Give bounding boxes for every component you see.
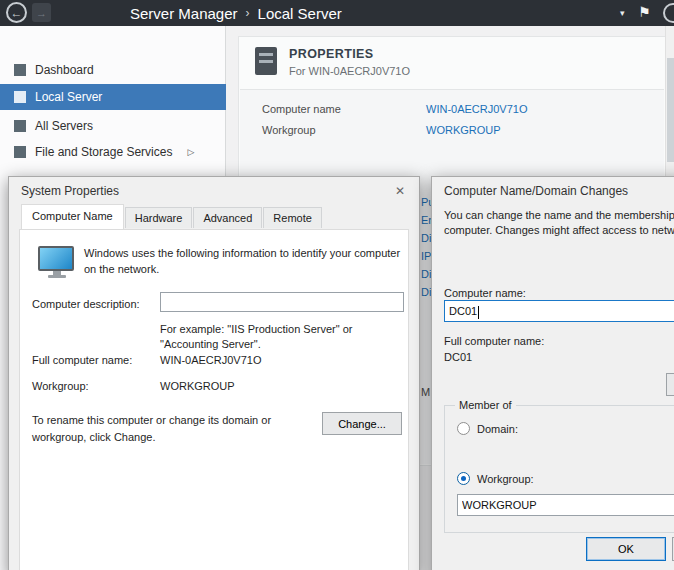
- sidebar-item-local-server[interactable]: Local Server: [0, 84, 226, 110]
- domain-radio-button[interactable]: [457, 422, 470, 435]
- example-line-2: "Accounting Server".: [160, 337, 352, 352]
- clipped-value-fragment: Di: [421, 268, 431, 280]
- clipped-value-fragment: Di: [421, 286, 431, 298]
- tab-hardware[interactable]: Hardware: [125, 207, 193, 228]
- storage-icon: [14, 146, 26, 158]
- properties-subtitle: For WIN-0AECRJ0V71O: [289, 65, 410, 77]
- computer-name-label: Computer name:: [444, 287, 526, 299]
- breadcrumb-separator-icon: ›: [246, 6, 250, 20]
- clipped-value-fragment: Di: [421, 232, 431, 244]
- domain-radio-row[interactable]: Domain:: [457, 422, 518, 435]
- text-cursor: [478, 306, 479, 319]
- full-computer-name-value: DC01: [444, 351, 472, 363]
- example-line-1: For example: "IIS Production Server" or: [160, 322, 352, 337]
- title-bar: ← → Server Manager › Local Server ▾ ⚑: [0, 0, 674, 26]
- workgroup-radio-button[interactable]: [457, 472, 470, 485]
- table-row: Workgroup WORKGROUP: [240, 121, 664, 142]
- workgroup-input[interactable]: [457, 494, 674, 516]
- workgroup-label: Workgroup:: [32, 380, 89, 392]
- computer-name-domain-changes-dialog: Computer Name/Domain Changes You can cha…: [431, 176, 674, 570]
- change-button[interactable]: Change...: [322, 412, 402, 435]
- intro-text: Windows uses the following information t…: [84, 246, 402, 278]
- example-text: For example: "IIS Production Server" or …: [160, 322, 352, 353]
- table-row: Computer name WIN-0AECRJ0V71O: [240, 100, 664, 121]
- dialog-title[interactable]: System Properties: [21, 184, 119, 198]
- sidebar-item-label: All Servers: [35, 119, 93, 133]
- tab-remote[interactable]: Remote: [263, 207, 322, 228]
- tab-strip: Computer Name Hardware Advanced Remote: [21, 207, 323, 228]
- computer-description-input[interactable]: [160, 292, 404, 312]
- dashboard-icon: [14, 64, 26, 76]
- chevron-down-icon[interactable]: ▾: [620, 8, 625, 18]
- workgroup-label: Workgroup: [262, 124, 316, 136]
- intro-line-2: computer. Changes might affect access to…: [444, 224, 674, 236]
- computer-name-tab-page: Windows uses the following information t…: [19, 229, 409, 570]
- sidebar-item-dashboard[interactable]: Dashboard: [0, 58, 226, 82]
- cropped-toolbar-icon[interactable]: [663, 3, 674, 23]
- sidebar-item-label: Dashboard: [35, 63, 94, 77]
- forward-arrow-icon[interactable]: →: [32, 3, 51, 22]
- system-properties-dialog: System Properties ✕ Computer Name Hardwa…: [8, 176, 420, 570]
- servers-icon: [14, 120, 26, 132]
- full-computer-name-label: Full computer name:: [32, 354, 132, 366]
- computer-description-label: Computer description:: [32, 298, 140, 310]
- sidebar-item-all-servers[interactable]: All Servers: [0, 114, 226, 138]
- clipped-value-fragment: M: [421, 386, 430, 398]
- workgroup-radio-label: Workgroup:: [477, 473, 534, 485]
- scrollbar-thumb[interactable]: [667, 58, 674, 162]
- member-of-label: Member of: [455, 399, 516, 411]
- breadcrumb: Server Manager › Local Server: [130, 0, 342, 26]
- workgroup-radio-row[interactable]: Workgroup:: [457, 472, 534, 485]
- full-computer-name-label: Full computer name:: [444, 335, 544, 347]
- breadcrumb-root[interactable]: Server Manager: [130, 5, 238, 22]
- domain-radio-label: Domain:: [477, 423, 518, 435]
- breadcrumb-current[interactable]: Local Server: [258, 5, 342, 22]
- ok-button[interactable]: OK: [586, 537, 666, 561]
- clipped-value-fragment: IP: [421, 250, 431, 262]
- sidebar-item-file-storage-services[interactable]: File and Storage Services ▷: [0, 140, 226, 164]
- more-button-fragment[interactable]: [666, 373, 674, 396]
- properties-title: PROPERTIES: [289, 47, 374, 61]
- workgroup-link[interactable]: WORKGROUP: [426, 124, 501, 136]
- server-icon: [14, 91, 26, 103]
- member-of-groupbox: Member of Domain: Workgroup:: [444, 405, 674, 533]
- full-computer-name-value: WIN-0AECRJ0V71O: [160, 354, 261, 366]
- tab-advanced[interactable]: Advanced: [193, 207, 262, 228]
- rename-hint-text: To rename this computer or change its do…: [32, 412, 306, 445]
- chevron-right-icon: ▷: [187, 147, 194, 157]
- sidebar-item-label: Local Server: [35, 90, 102, 104]
- server-properties-icon: [255, 47, 277, 75]
- computer-name-label: Computer name: [262, 103, 341, 115]
- dialog-title[interactable]: Computer Name/Domain Changes: [444, 184, 628, 198]
- computer-name-input-value: DC01: [449, 305, 477, 317]
- tab-computer-name[interactable]: Computer Name: [21, 204, 124, 229]
- sidebar-item-label: File and Storage Services: [35, 145, 172, 159]
- workgroup-value: WORKGROUP: [160, 380, 235, 392]
- notifications-flag-icon[interactable]: ⚑: [638, 4, 651, 20]
- intro-line-1: You can change the name and the membersh…: [444, 209, 674, 221]
- back-arrow-icon[interactable]: ←: [6, 2, 27, 23]
- computer-name-link[interactable]: WIN-0AECRJ0V71O: [426, 103, 527, 115]
- close-icon[interactable]: ✕: [389, 182, 411, 200]
- computer-name-input[interactable]: DC01: [444, 300, 674, 322]
- monitor-icon: [38, 246, 76, 278]
